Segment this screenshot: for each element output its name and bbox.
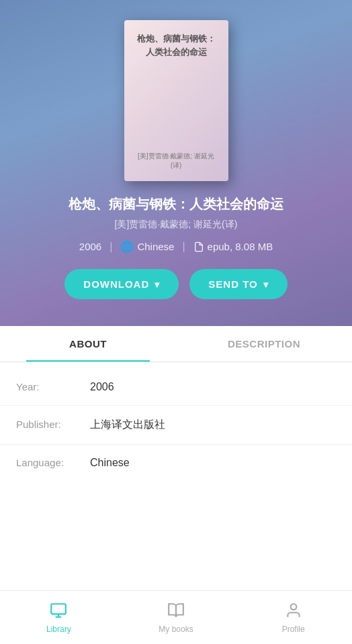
tab-about-label: ABOUT	[69, 338, 107, 350]
tab-about[interactable]: ABOUT	[0, 326, 176, 362]
book-author: [美]贾雷德·戴蒙德; 谢延光(译)	[115, 219, 238, 231]
meta-format: epub, 8.08 MB	[193, 241, 273, 253]
library-label: Library	[46, 625, 71, 634]
year-label: Year:	[16, 381, 90, 392]
nav-mybooks[interactable]: My books	[118, 591, 235, 644]
tabs-bar: ABOUT DESCRIPTION	[0, 326, 352, 362]
meta-divider-2: |	[182, 241, 185, 253]
cover-title: 枪炮、病菌与钢铁：人类社会的命运	[134, 32, 219, 58]
meta-divider-1: |	[109, 241, 112, 253]
cover-author: [美]贾雷德·戴蒙德; 谢延光(译)	[134, 152, 219, 170]
tab-description[interactable]: DESCRIPTION	[176, 326, 352, 362]
sendto-label: SEND TO	[208, 278, 257, 290]
action-buttons: DOWNLOAD ▾ SEND TO ▾	[13, 269, 339, 299]
globe-icon: 🌐	[120, 240, 134, 253]
download-label: DOWNLOAD	[83, 278, 149, 290]
year-detail-value: 2006	[90, 381, 114, 393]
language-detail-value: Chinese	[90, 457, 130, 469]
detail-row-year: Year: 2006	[0, 369, 352, 406]
svg-rect-0	[51, 604, 66, 614]
language-value: Chinese	[137, 241, 174, 252]
book-meta: 2006 | 🌐 Chinese | epub, 8.08 MB	[79, 240, 273, 253]
mybooks-icon	[167, 602, 185, 622]
publisher-value: 上海译文出版社	[90, 418, 165, 432]
profile-label: Profile	[282, 625, 305, 634]
content-area: Year: 2006 Publisher: 上海译文出版社 Language: …	[0, 362, 352, 488]
download-chevron-icon: ▾	[155, 279, 160, 290]
download-button[interactable]: DOWNLOAD ▾	[64, 269, 179, 299]
detail-row-publisher: Publisher: 上海译文出版社	[0, 406, 352, 445]
year-value: 2006	[79, 241, 101, 252]
profile-icon	[285, 602, 302, 622]
publisher-label: Publisher:	[16, 419, 90, 430]
hero-section: 枪炮、病菌与钢铁：人类社会的命运 [美]贾雷德·戴蒙德; 谢延光(译) 枪炮、病…	[0, 0, 352, 326]
book-title: 枪炮、病菌与钢铁：人类社会的命运	[62, 195, 290, 213]
meta-year: 2006	[79, 241, 101, 252]
bottom-nav: Library My books Profile	[0, 590, 352, 644]
tab-description-label: DESCRIPTION	[228, 338, 300, 350]
file-icon	[193, 241, 204, 253]
format-value: epub, 8.08 MB	[208, 241, 273, 252]
mybooks-label: My books	[159, 625, 193, 634]
language-label: Language:	[16, 457, 90, 468]
detail-row-language: Language: Chinese	[0, 445, 352, 481]
sendto-chevron-icon: ▾	[263, 279, 269, 290]
sendto-button[interactable]: SEND TO ▾	[189, 269, 287, 299]
nav-library[interactable]: Library	[0, 591, 118, 644]
book-cover: 枪炮、病菌与钢铁：人类社会的命运 [美]贾雷德·戴蒙德; 谢延光(译)	[124, 20, 228, 181]
library-icon	[50, 602, 67, 622]
svg-point-3	[290, 604, 296, 610]
nav-profile[interactable]: Profile	[234, 591, 352, 644]
meta-language: 🌐 Chinese	[120, 240, 174, 253]
